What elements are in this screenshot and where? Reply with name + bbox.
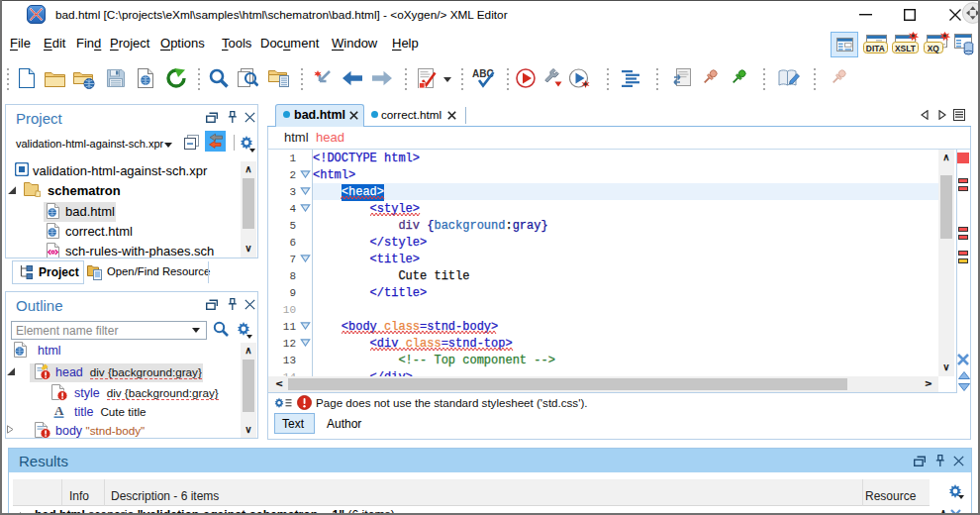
svg-text:A: A (54, 404, 64, 418)
svg-text:XSLT: XSLT (895, 44, 917, 53)
svg-text:DITA: DITA (866, 44, 885, 53)
svg-text:XQ: XQ (928, 44, 940, 53)
